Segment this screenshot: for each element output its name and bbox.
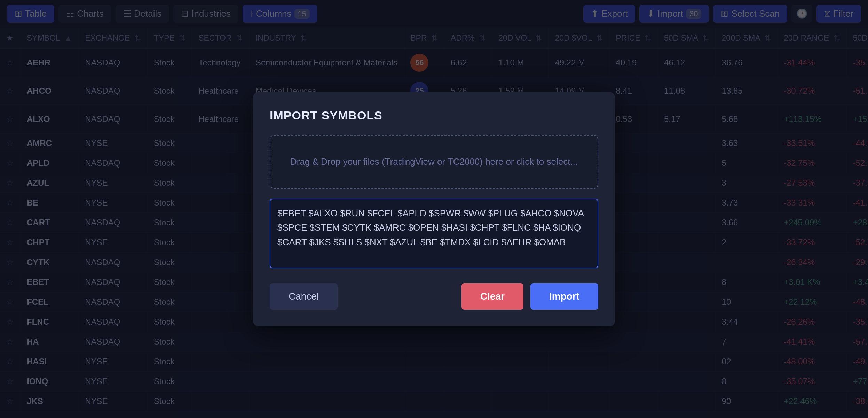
drop-zone-text: Drag & Drop your files (TradingView or T… [290,156,578,167]
modal-footer: Cancel Clear Import [270,283,598,310]
modal-title: IMPORT SYMBOLS [270,109,598,122]
symbols-textarea[interactable] [270,199,598,268]
modal-overlay: IMPORT SYMBOLS Drag & Drop your files (T… [0,0,868,418]
import-confirm-button[interactable]: Import [530,283,598,310]
drop-zone[interactable]: Drag & Drop your files (TradingView or T… [270,135,598,189]
import-modal: IMPORT SYMBOLS Drag & Drop your files (T… [253,92,615,326]
modal-footer-right: Clear Import [461,283,598,310]
clear-button[interactable]: Clear [461,283,523,310]
cancel-button[interactable]: Cancel [270,283,338,310]
